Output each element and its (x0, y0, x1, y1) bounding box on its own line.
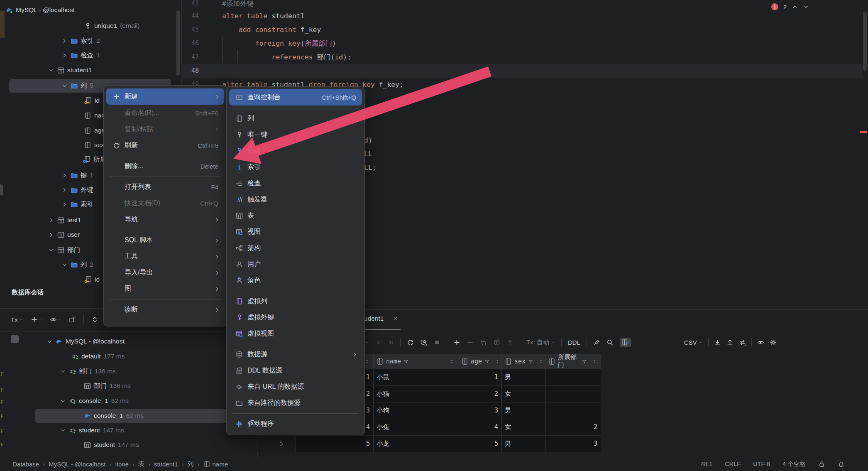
session-item-student[interactable]: student147 ms (84, 438, 139, 451)
clock-icon[interactable] (420, 339, 427, 346)
arrow-up-icon[interactable] (506, 339, 513, 346)
sidebar-item-列[interactable]: 列5 (61, 79, 93, 92)
page-next-icon[interactable] (375, 339, 381, 346)
chevron-down-icon[interactable] (48, 247, 54, 253)
sidebar-item-id[interactable]: id (84, 273, 100, 286)
breadcrumb-item-itone[interactable]: itone (115, 461, 129, 468)
grid-cell[interactable]: 5 (461, 435, 498, 452)
stop-icon[interactable] (433, 339, 440, 346)
session-item-MySQL - @localhost[interactable]: MySQL - @localhost (46, 335, 125, 348)
eye-button[interactable] (50, 316, 61, 323)
funnel-icon[interactable] (484, 359, 490, 364)
grid-cell[interactable]: 小兔 (377, 419, 455, 435)
menu-item-唯一键[interactable]: 唯一键 (229, 127, 362, 143)
grid-cell[interactable]: 小龙 (377, 435, 455, 452)
grid-cell[interactable]: 2 (461, 385, 498, 402)
editor-code-line[interactable]: foreign key(所属部门) (222, 37, 336, 50)
menu-item-来自路径的数据源[interactable]: 来自路径的数据源 (229, 395, 362, 411)
menu-item-外键[interactable]: 外键 (229, 143, 362, 159)
menu-item-刷新[interactable]: 刷新Ctrl+F5 (106, 137, 224, 154)
sidebar-item-age[interactable]: age (84, 124, 105, 137)
grid-cell[interactable]: 小猫 (377, 385, 455, 402)
grid-cell[interactable] (548, 369, 597, 385)
grid-cell[interactable] (548, 402, 597, 419)
menu-item-列[interactable]: 列 (229, 110, 362, 127)
sort-icon[interactable] (449, 359, 455, 364)
menu-item-检查[interactable]: 检查 (229, 175, 362, 191)
grid-cell[interactable]: 4 (461, 419, 498, 435)
chevron-right-icon[interactable] (61, 187, 68, 193)
grid-cell[interactable]: 3 (548, 435, 597, 452)
toolwindow-stripe-tab[interactable] (0, 184, 3, 195)
sessions-checkbox[interactable] (11, 335, 19, 343)
funnel-icon[interactable] (403, 359, 409, 364)
indent-setting[interactable]: 4 个空格 (782, 460, 806, 468)
sidebar-item-unique1[interactable]: unique1(email) (84, 19, 140, 32)
eye-icon[interactable] (757, 339, 764, 346)
column-header-name[interactable]: name (377, 354, 455, 369)
sidebar-item-MySQL - @localhost[interactable]: MySQL - @localhost (6, 3, 75, 17)
grid-cell[interactable]: 小狗 (377, 402, 455, 419)
sidebar-item-user[interactable]: user (48, 228, 80, 241)
chevron-down-icon[interactable] (60, 398, 66, 404)
column-header-age[interactable]: age (461, 354, 498, 369)
undo-icon[interactable] (480, 339, 487, 346)
menu-item-视图[interactable]: 视图 (229, 224, 362, 240)
gear-icon[interactable] (770, 339, 777, 346)
sidebar-item-键[interactable]: 键1 (61, 169, 93, 182)
menu-item-图[interactable]: 图 (106, 281, 224, 297)
breadcrumb-item-Database[interactable]: Database (12, 461, 39, 468)
sidebar-item-索引[interactable]: 索引2 (61, 34, 100, 47)
menu-item-触发器[interactable]: 触发器 (229, 191, 362, 208)
grid-cell[interactable]: 男 (505, 402, 542, 419)
minus-icon[interactable] (467, 339, 474, 346)
csv-format-dropdown[interactable]: CSV (684, 339, 703, 346)
funnel-icon[interactable] (528, 359, 533, 364)
page-last-icon[interactable] (388, 339, 394, 346)
grid-cell[interactable]: 男 (505, 435, 542, 452)
menu-item-工具[interactable]: 工具 (106, 248, 224, 265)
menu-item-新建[interactable]: 新建 (106, 88, 224, 105)
expand-collapse-button[interactable] (91, 316, 98, 323)
download-icon[interactable] (714, 339, 721, 346)
breadcrumb-item-student1[interactable]: student1 (154, 461, 178, 468)
refresh-icon[interactable] (407, 339, 414, 346)
menu-item-虚拟外键[interactable]: 虚拟外键 (229, 309, 362, 326)
chevron-down-icon[interactable] (803, 4, 809, 10)
breadcrumb-item-MySQL - @localhost[interactable]: MySQL - @localhost (49, 461, 105, 468)
sort-icon[interactable] (592, 359, 597, 364)
tx-auto-dropdown[interactable]: Tx: 自动 (526, 339, 555, 346)
session-item-console_1[interactable]: console_162 ms (60, 394, 129, 407)
funnel-icon[interactable] (582, 359, 587, 364)
chevron-right-icon[interactable] (48, 232, 54, 238)
caret-position[interactable]: 48:1 (701, 461, 712, 467)
menu-item-索引[interactable]: 索引 (229, 159, 362, 175)
menu-item-导航[interactable]: 导航 (106, 211, 224, 228)
editor-code-line[interactable]: alter table student1 (222, 9, 305, 23)
breadcrumb-item-表[interactable]: 表 (138, 460, 144, 468)
menu-item-删除...[interactable]: 删除...Delete (106, 158, 224, 174)
grid-cell[interactable] (548, 385, 597, 402)
breadcrumb-item-name[interactable]: name (203, 461, 228, 468)
file-encoding[interactable]: UTF-8 (753, 461, 770, 467)
chevron-down-icon[interactable] (61, 262, 68, 268)
breadcrumb-item-列[interactable]: 列 (188, 460, 194, 468)
menu-item-角色[interactable]: 角色 (229, 272, 362, 289)
line-ending[interactable]: CRLF (725, 461, 741, 467)
menu-item-用户[interactable]: 用户 (229, 256, 362, 272)
menu-item-DDL 数据源[interactable]: DDLDDL 数据源 (229, 363, 362, 379)
column-filter-button[interactable] (620, 338, 631, 347)
menu-item-重命名(R)...[interactable]: 重命名(R)...Shift+F6 (106, 105, 224, 121)
plus-button[interactable] (31, 316, 42, 323)
sync-icon[interactable] (739, 339, 746, 346)
menu-item-SQL 脚本[interactable]: SQL 脚本 (106, 232, 224, 248)
plus-icon[interactable] (453, 339, 460, 346)
grid-cell[interactable]: 1 (461, 369, 498, 385)
grid-cell[interactable]: 女 (505, 419, 542, 435)
grid-cell[interactable]: 男 (505, 369, 542, 385)
search-icon[interactable] (606, 339, 614, 346)
lock-open-icon[interactable] (818, 461, 825, 468)
menu-item-查询控制台[interactable]: 查询控制台Ctrl+Shift+Q (229, 89, 362, 105)
menu-item-虚拟视图[interactable]: 虚拟视图 (229, 326, 362, 342)
tab-close-icon[interactable]: × (394, 315, 397, 322)
